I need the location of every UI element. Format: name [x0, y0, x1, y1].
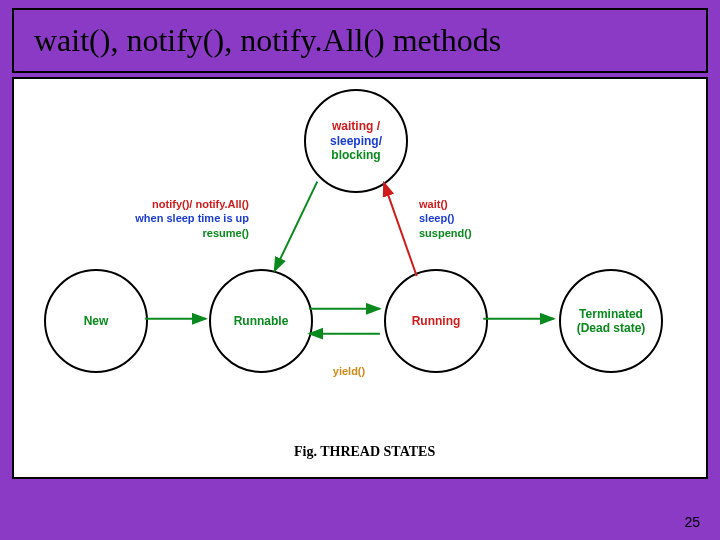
state-new: New [44, 269, 148, 373]
page-title: wait(), notify(), notify.All() methods [34, 22, 686, 59]
svg-line-4 [384, 183, 417, 276]
resume-label: resume() [109, 226, 249, 240]
wsb-blocking-label: blocking [331, 148, 380, 162]
label-to-wsb: wait() sleep() suspend() [419, 197, 509, 240]
diagram-caption: Fig. THREAD STATES [294, 444, 435, 460]
state-terminated: Terminated (Dead state) [559, 269, 663, 373]
svg-line-5 [274, 182, 317, 271]
state-runnable: Runnable [209, 269, 313, 373]
wsb-waiting-label: waiting / [332, 119, 380, 133]
terminated-label-1: Terminated [579, 307, 643, 321]
sleep-up-label: when sleep time is up [109, 211, 249, 225]
sleep-label: sleep() [419, 211, 509, 225]
page-number: 25 [684, 514, 700, 530]
thread-states-diagram: waiting / sleeping/ blocking New Runnabl… [12, 77, 708, 479]
title-bar: wait(), notify(), notify.All() methods [12, 8, 708, 73]
wait-label: wait() [419, 197, 509, 211]
running-label: Running [412, 314, 461, 328]
state-waiting-sleeping-blocking: waiting / sleeping/ blocking [304, 89, 408, 193]
label-to-runnable: notify()/ notify.All() when sleep time i… [109, 197, 249, 240]
new-label: New [84, 314, 109, 328]
state-running: Running [384, 269, 488, 373]
yield-label: yield() [319, 364, 379, 378]
wsb-sleeping-label: sleeping/ [330, 134, 382, 148]
suspend-label: suspend() [419, 226, 509, 240]
terminated-label-2: (Dead state) [577, 321, 646, 335]
runnable-label: Runnable [234, 314, 289, 328]
notify-label: notify()/ notify.All() [109, 197, 249, 211]
